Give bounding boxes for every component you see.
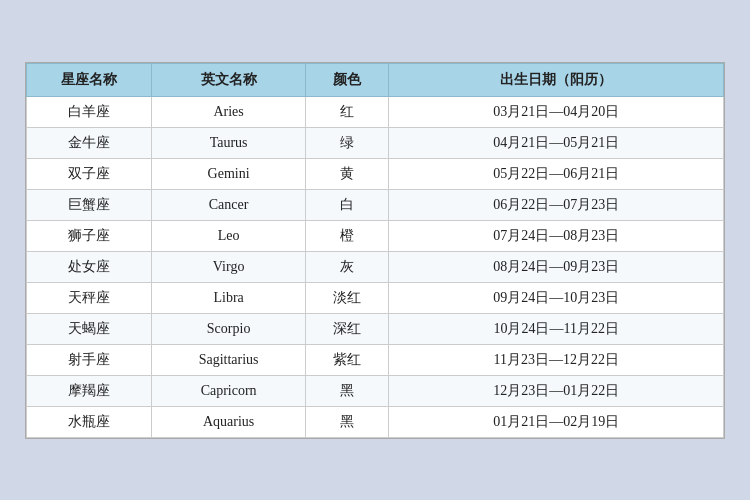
cell-chinese: 金牛座 [27, 127, 152, 158]
cell-chinese: 白羊座 [27, 96, 152, 127]
cell-chinese: 摩羯座 [27, 375, 152, 406]
cell-english: Cancer [152, 189, 305, 220]
table-row: 狮子座Leo橙07月24日—08月23日 [27, 220, 724, 251]
table-row: 处女座Virgo灰08月24日—09月23日 [27, 251, 724, 282]
cell-chinese: 射手座 [27, 344, 152, 375]
cell-color: 淡红 [305, 282, 389, 313]
cell-date: 10月24日—11月22日 [389, 313, 724, 344]
cell-english: Gemini [152, 158, 305, 189]
cell-date: 06月22日—07月23日 [389, 189, 724, 220]
cell-date: 03月21日—04月20日 [389, 96, 724, 127]
cell-color: 白 [305, 189, 389, 220]
cell-color: 深红 [305, 313, 389, 344]
cell-english: Scorpio [152, 313, 305, 344]
cell-color: 灰 [305, 251, 389, 282]
header-date: 出生日期（阳历） [389, 63, 724, 96]
zodiac-table: 星座名称 英文名称 颜色 出生日期（阳历） 白羊座Aries红03月21日—04… [26, 63, 724, 438]
cell-date: 04月21日—05月21日 [389, 127, 724, 158]
cell-date: 01月21日—02月19日 [389, 406, 724, 437]
cell-date: 12月23日—01月22日 [389, 375, 724, 406]
cell-date: 08月24日—09月23日 [389, 251, 724, 282]
header-english: 英文名称 [152, 63, 305, 96]
cell-color: 黑 [305, 375, 389, 406]
header-color: 颜色 [305, 63, 389, 96]
cell-english: Aquarius [152, 406, 305, 437]
table-row: 天秤座Libra淡红09月24日—10月23日 [27, 282, 724, 313]
cell-color: 红 [305, 96, 389, 127]
table-row: 白羊座Aries红03月21日—04月20日 [27, 96, 724, 127]
cell-color: 黑 [305, 406, 389, 437]
cell-date: 11月23日—12月22日 [389, 344, 724, 375]
table-row: 金牛座Taurus绿04月21日—05月21日 [27, 127, 724, 158]
cell-english: Aries [152, 96, 305, 127]
cell-chinese: 水瓶座 [27, 406, 152, 437]
cell-english: Virgo [152, 251, 305, 282]
cell-chinese: 处女座 [27, 251, 152, 282]
table-header-row: 星座名称 英文名称 颜色 出生日期（阳历） [27, 63, 724, 96]
cell-english: Libra [152, 282, 305, 313]
cell-color: 橙 [305, 220, 389, 251]
zodiac-table-container: 星座名称 英文名称 颜色 出生日期（阳历） 白羊座Aries红03月21日—04… [25, 62, 725, 439]
cell-english: Leo [152, 220, 305, 251]
cell-english: Capricorn [152, 375, 305, 406]
header-chinese: 星座名称 [27, 63, 152, 96]
table-row: 巨蟹座Cancer白06月22日—07月23日 [27, 189, 724, 220]
table-row: 射手座Sagittarius紫红11月23日—12月22日 [27, 344, 724, 375]
table-row: 摩羯座Capricorn黑12月23日—01月22日 [27, 375, 724, 406]
cell-color: 绿 [305, 127, 389, 158]
cell-color: 紫红 [305, 344, 389, 375]
table-row: 天蝎座Scorpio深红10月24日—11月22日 [27, 313, 724, 344]
cell-english: Taurus [152, 127, 305, 158]
cell-date: 07月24日—08月23日 [389, 220, 724, 251]
table-row: 水瓶座Aquarius黑01月21日—02月19日 [27, 406, 724, 437]
cell-chinese: 双子座 [27, 158, 152, 189]
cell-english: Sagittarius [152, 344, 305, 375]
cell-chinese: 狮子座 [27, 220, 152, 251]
cell-chinese: 天蝎座 [27, 313, 152, 344]
cell-chinese: 天秤座 [27, 282, 152, 313]
cell-color: 黄 [305, 158, 389, 189]
cell-date: 05月22日—06月21日 [389, 158, 724, 189]
cell-date: 09月24日—10月23日 [389, 282, 724, 313]
table-row: 双子座Gemini黄05月22日—06月21日 [27, 158, 724, 189]
cell-chinese: 巨蟹座 [27, 189, 152, 220]
